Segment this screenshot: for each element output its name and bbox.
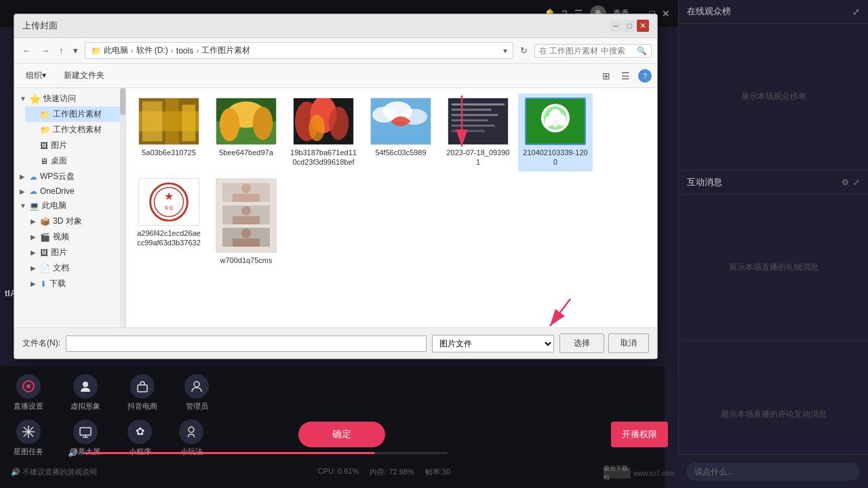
dialog-close-x-btn[interactable]: ✕ [637, 20, 649, 32]
app-close-btn[interactable]: ✕ [662, 8, 670, 19]
mini-program-icon: ✿ [127, 420, 152, 444]
this-pc-children: ▶ 📦 3D 对象 ▶ 🎬 视频 ▶ 🖼 图片 ▶ 📄 文档 [14, 214, 125, 291]
admin-item[interactable]: 管理员 [184, 374, 209, 411]
audience-expand-icon[interactable]: ⤢ [852, 7, 860, 17]
this-pc-label: 此电脑 [42, 200, 66, 211]
quick-access-icon: ⭐ [29, 94, 41, 104]
svg-point-43 [241, 206, 251, 216]
organize-btn[interactable]: 组织▾ [20, 67, 52, 84]
forward-btn[interactable]: → [38, 44, 52, 57]
sidebar-item-quick-access[interactable]: ▼ ⭐ 快速访问 [14, 91, 125, 106]
path-folder: 工作图片素材 [201, 45, 250, 56]
sidebar-item-wps-cloud[interactable]: ▶ ☁ WPS云盘 [14, 169, 125, 184]
scrollbar-track[interactable] [120, 88, 125, 327]
svg-point-40 [241, 184, 251, 193]
file-name-1: 5a03b6e310725 [142, 148, 196, 157]
select-btn[interactable]: 选择 [559, 333, 604, 353]
address-bar: ← → ↑ ▾ 📁 此电脑 › 软件 (D:) › tools › 工作图片素材… [14, 38, 657, 64]
interact-settings-icon[interactable]: ⚙ [842, 178, 849, 187]
svg-point-30 [545, 116, 553, 126]
sidebar-item-pictures[interactable]: ▶ 🖼 图片 [25, 245, 125, 260]
file-item-4[interactable]: 54f56c03c5989 [363, 94, 438, 171]
file-thumb-1 [138, 98, 199, 145]
filename-input[interactable] [66, 336, 427, 352]
volume-icon[interactable]: 🔊 [68, 448, 78, 458]
sidebar-item-videos[interactable]: ▶ 🎬 视频 [25, 229, 125, 245]
confirm-btn[interactable]: 确定 [298, 422, 385, 447]
work-docs-label: 工作文档素材 [53, 124, 102, 136]
work-images-label: 工作图片素材 [53, 108, 102, 120]
dialog-footer: 文件名(N): 图片文件 所有文件 选择 取消 [14, 327, 657, 359]
file-name-8: w700d1q75cms [220, 256, 272, 265]
file-item-8[interactable]: w700d1q75cms [209, 174, 283, 269]
path-dropdown-icon[interactable]: ▾ [503, 46, 507, 56]
refresh-btn[interactable]: ↻ [517, 44, 530, 57]
game-warning: 🔊 不建议直播的游戏说明 [11, 467, 97, 477]
file-item-7[interactable]: ★ 专业 a296f42c1ecd26aecc99af63d3b37632 [132, 174, 206, 269]
work-docs-icon: 📁 [40, 125, 50, 135]
file-item-5[interactable]: 2023-07-18_093901 [441, 94, 515, 171]
scrollbar-thumb[interactable] [120, 88, 125, 115]
virtual-avatar-item[interactable]: 虚拟形象 [71, 374, 100, 411]
sidebar-item-documents[interactable]: ▶ 📄 文档 [25, 260, 125, 276]
status-metrics: CPU: 0.61% 内存: 72.98% 帧率:30 [318, 467, 450, 477]
path-tools: tools [176, 46, 193, 56]
sidebar-item-3d-objects[interactable]: ▶ 📦 3D 对象 [25, 214, 125, 229]
dialog-maximize-btn[interactable]: □ [623, 20, 635, 32]
live-settings-item[interactable]: 直播设置 [14, 374, 43, 411]
volume-bar: 🔊 [68, 448, 448, 458]
svg-text:★: ★ [164, 190, 174, 202]
file-thumb-3 [293, 98, 354, 145]
svg-point-56 [194, 382, 199, 387]
filename-label: 文件名(N): [22, 338, 60, 349]
watermark-url: www.xz7.com [633, 470, 675, 477]
sidebar-item-work-docs[interactable]: 📁 工作文档素材 [25, 122, 125, 138]
filetype-select[interactable]: 图片文件 所有文件 [432, 335, 554, 352]
new-folder-btn[interactable]: 新建文件夹 [58, 67, 111, 84]
file-item-6[interactable]: 210402103339-1200 [518, 94, 593, 171]
star-mission-item[interactable]: 星图任务 [14, 420, 43, 457]
sidebar-item-work-images[interactable]: 📁 工作图片素材 [25, 106, 125, 122]
view-details-btn[interactable]: ☰ [618, 69, 633, 83]
address-path[interactable]: 📁 此电脑 › 软件 (D:) › tools › 工作图片素材 ▾ [85, 42, 514, 59]
volume-slider[interactable] [83, 452, 448, 454]
gift-message-area: 展示本场直播的礼物消息 [679, 195, 868, 342]
svg-rect-3 [165, 98, 179, 144]
view-icon-btn[interactable]: ⊞ [599, 69, 613, 83]
tiktok-shop-item[interactable]: 抖音电商 [127, 374, 157, 411]
chat-input[interactable] [686, 463, 860, 481]
cpu-label: CPU: 0.61% [318, 467, 359, 477]
up-btn[interactable]: ↑ [56, 44, 66, 57]
svg-rect-61 [80, 428, 91, 435]
search-input[interactable] [539, 46, 634, 56]
help-dialog-btn[interactable]: ? [638, 69, 652, 83]
3d-label: 3D 对象 [53, 216, 82, 227]
expand-icon-quick-access: ▼ [20, 95, 26, 102]
file-grid: 5a03b6e310725 5bee647bed97a [126, 88, 657, 327]
sidebar-item-downloads[interactable]: ▶ ⬇ 下载 [25, 276, 125, 291]
cancel-btn[interactable]: 取消 [608, 333, 649, 353]
file-item-2[interactable]: 5bee647bed97a [209, 94, 283, 171]
recent-btn[interactable]: ▾ [71, 44, 81, 57]
sidebar-item-desktop[interactable]: 🖥 桌面 [25, 153, 125, 169]
wps-label: WPS云盘 [40, 171, 75, 182]
sidebar-item-images[interactable]: 🖼 图片 [25, 138, 125, 153]
file-item-1[interactable]: 5a03b6e310725 [132, 94, 206, 171]
star-mission-icon [16, 420, 41, 444]
svg-rect-41 [233, 194, 260, 202]
expand-icon-this-pc: ▼ [20, 202, 26, 209]
file-thumb-6 [525, 98, 586, 145]
live-settings-label: 直播设置 [14, 401, 43, 411]
tiktok-shop-label: 抖音电商 [127, 401, 157, 411]
sidebar-item-onedrive[interactable]: ▶ ☁ OneDrive [14, 184, 125, 198]
file-item-3[interactable]: 19b3187ba671ed110cd23f3d99618bef [286, 94, 361, 171]
work-images-icon: 📁 [40, 110, 50, 119]
svg-point-9 [253, 106, 273, 140]
svg-rect-20 [452, 104, 505, 106]
svg-rect-4 [182, 105, 196, 142]
back-btn[interactable]: ← [20, 44, 34, 57]
sidebar-item-this-pc[interactable]: ▼ 💻 此电脑 [14, 198, 125, 214]
interact-expand-icon[interactable]: ⤢ [853, 178, 860, 187]
restrict-btn[interactable]: 开播权限 [611, 422, 668, 447]
dialog-close-btn[interactable]: ─ [610, 20, 622, 32]
